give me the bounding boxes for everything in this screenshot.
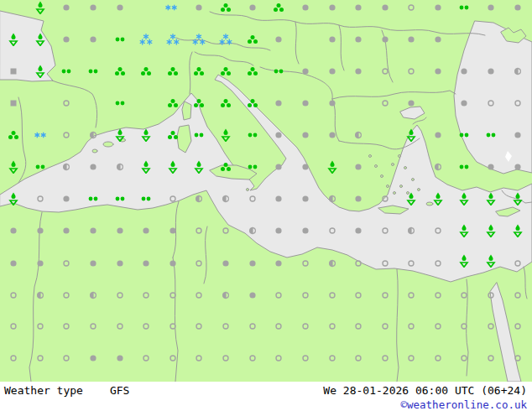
cloudy-icon (249, 292, 257, 299)
clear-sky-icon (488, 292, 495, 299)
cloudy-icon (275, 100, 283, 107)
rain-icon (221, 163, 232, 172)
rain-shower-icon (327, 160, 338, 174)
snow-shower-icon (139, 34, 153, 45)
light-rain-icon (88, 196, 98, 202)
clear-sky-icon (63, 132, 70, 139)
clear-sky-icon (63, 323, 70, 330)
map-geography (0, 0, 532, 382)
partly-cloudy-icon (195, 195, 203, 203)
partly-cloudy-icon (62, 163, 70, 171)
cloudy-icon (117, 260, 124, 268)
clear-sky-icon (408, 292, 415, 299)
rain-shower-icon (221, 128, 232, 142)
rain-shower-icon (35, 1, 46, 14)
rain-icon (221, 67, 232, 76)
clear-sky-icon (63, 292, 70, 299)
rain-icon (168, 99, 179, 108)
rain-icon (248, 35, 258, 44)
aegean-island (392, 164, 394, 166)
cloudy-icon (275, 195, 283, 203)
light-rain-icon (274, 69, 284, 75)
cloudy-icon (90, 164, 97, 171)
aegean-island (400, 185, 403, 188)
rain-shower-icon (513, 192, 524, 206)
partly-cloudy-icon (222, 291, 230, 299)
cloudy-icon (329, 36, 336, 44)
cloudy-icon (514, 132, 522, 139)
cloudy-icon (63, 227, 70, 235)
light-rain-icon (61, 69, 71, 75)
clear-sky-icon (408, 260, 415, 268)
rain-shower-icon (194, 160, 205, 174)
rain-shower-icon (433, 192, 444, 206)
clear-sky-icon (329, 323, 336, 330)
clear-sky-icon (435, 323, 442, 330)
clear-sky-icon (302, 355, 310, 362)
cloudy-icon (488, 68, 495, 75)
clear-sky-icon (329, 292, 336, 299)
snow-shower-icon (166, 34, 180, 45)
cloudy-icon (408, 36, 415, 44)
clear-sky-icon (249, 323, 257, 330)
clear-sky-icon (488, 100, 495, 107)
rain-shower-icon (486, 192, 497, 206)
clear-sky-icon (196, 292, 203, 299)
cloudy-icon (329, 68, 336, 75)
aegean-island (404, 167, 407, 169)
rain-shower-icon (168, 160, 179, 174)
cloudy-icon (461, 100, 468, 107)
aegean-island (412, 179, 415, 181)
cloudy-icon (275, 227, 283, 235)
fog-icon (10, 68, 17, 75)
clear-sky-icon (10, 355, 18, 362)
cloudy-icon (382, 36, 389, 44)
rain-shower-icon (141, 160, 152, 174)
clear-sky-icon (275, 292, 283, 299)
clear-sky-icon (170, 292, 177, 299)
clear-sky-icon (461, 323, 468, 330)
rain-shower-icon (486, 224, 497, 237)
cloudy-icon (514, 164, 522, 171)
cloudy-icon (355, 227, 362, 235)
cloudy-icon (143, 227, 150, 235)
cloudy-icon (117, 4, 124, 12)
clear-sky-icon (249, 355, 257, 362)
partly-cloudy-icon (222, 195, 230, 203)
partly-cloudy-icon (328, 259, 336, 268)
cloudy-icon (488, 164, 495, 171)
cloudy-icon (170, 260, 177, 268)
clear-sky-icon (382, 260, 389, 268)
partly-cloudy-icon (36, 291, 44, 299)
cloudy-icon (302, 68, 310, 75)
snow-shower-icon (192, 34, 206, 45)
clear-sky-icon (382, 227, 389, 235)
clear-sky-icon (90, 323, 97, 330)
cloudy-icon (63, 195, 70, 203)
cloudy-icon (90, 260, 97, 268)
cloudy-icon (275, 260, 283, 268)
clear-sky-icon (196, 355, 203, 362)
rain-shower-icon (486, 254, 497, 268)
light-snow-icon (34, 132, 47, 138)
rain-shower-icon (459, 254, 470, 268)
clear-sky-icon (355, 292, 362, 299)
cloudy-icon (90, 36, 97, 44)
rain-icon (248, 67, 258, 76)
clear-sky-icon (382, 292, 389, 299)
cloudy-icon (249, 4, 257, 12)
malta-island (247, 189, 249, 191)
cloudy-icon (196, 4, 203, 12)
rain-icon (141, 67, 152, 76)
cloudy-icon (275, 132, 283, 139)
clear-sky-icon (514, 355, 522, 362)
clear-sky-icon (275, 323, 283, 330)
footer-line: Weather type GFS We 28-01-2026 06:00 UTC… (0, 382, 532, 397)
light-rain-icon (486, 133, 496, 138)
clear-sky-icon (10, 292, 18, 299)
cloudy-icon (435, 132, 442, 139)
clear-sky-icon (143, 292, 150, 299)
aegean-island (387, 185, 389, 188)
partly-cloudy-icon (407, 226, 415, 235)
cloudy-icon (90, 4, 97, 12)
